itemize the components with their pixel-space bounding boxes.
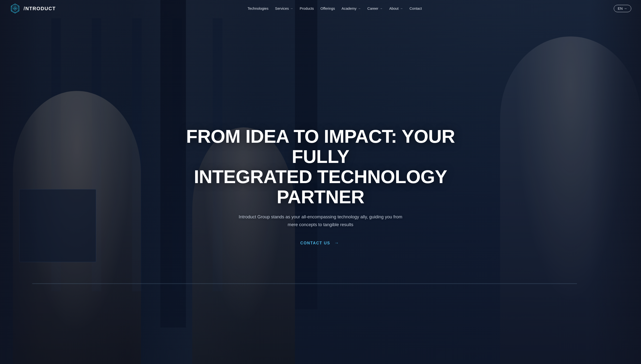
hero-title: FROM IDEA TO IMPACT: YOUR FULLY INTEGRAT… bbox=[162, 126, 479, 207]
cta-arrow-icon: → bbox=[333, 239, 341, 247]
nav-item-services: Services → bbox=[272, 5, 296, 12]
nav-right: EN → bbox=[614, 5, 631, 12]
career-arrow-icon: → bbox=[380, 7, 383, 10]
hero-section: /NTRODUCT Technologies Services → Produc… bbox=[0, 0, 641, 364]
navbar: /NTRODUCT Technologies Services → Produc… bbox=[0, 0, 641, 17]
hero-content: FROM IDEA TO IMPACT: YOUR FULLY INTEGRAT… bbox=[0, 17, 641, 364]
language-button[interactable]: EN → bbox=[614, 5, 631, 12]
services-arrow-icon: → bbox=[290, 7, 293, 10]
contact-us-button[interactable]: CONTACT US → bbox=[300, 239, 341, 247]
academy-arrow-icon: → bbox=[358, 7, 361, 10]
hero-subtitle: Introduct Group stands as your all-encom… bbox=[238, 213, 403, 228]
logo-icon bbox=[10, 3, 21, 14]
nav-item-academy: Academy → bbox=[339, 5, 364, 12]
nav-link-services[interactable]: Services → bbox=[272, 5, 296, 12]
nav-links: Technologies Services → Products Offerin… bbox=[245, 5, 425, 12]
about-arrow-icon: → bbox=[400, 7, 403, 10]
nav-link-offerings[interactable]: Offerings bbox=[317, 5, 338, 12]
cta-label: CONTACT US bbox=[300, 241, 330, 245]
nav-link-about[interactable]: About → bbox=[386, 5, 406, 12]
logo-link[interactable]: /NTRODUCT bbox=[10, 3, 56, 14]
nav-link-career[interactable]: Career → bbox=[365, 5, 386, 12]
svg-point-3 bbox=[15, 8, 16, 9]
nav-item-technologies: Technologies bbox=[245, 5, 271, 12]
nav-item-about: About → bbox=[386, 5, 406, 12]
nav-item-offerings: Offerings bbox=[317, 5, 338, 12]
nav-link-academy[interactable]: Academy → bbox=[339, 5, 364, 12]
nav-link-products[interactable]: Products bbox=[297, 5, 317, 12]
nav-item-contact: Contact bbox=[407, 5, 425, 12]
nav-item-career: Career → bbox=[365, 5, 386, 12]
nav-link-technologies[interactable]: Technologies bbox=[245, 5, 271, 12]
logo-text: /NTRODUCT bbox=[24, 6, 56, 12]
nav-link-contact[interactable]: Contact bbox=[407, 5, 425, 12]
nav-item-products: Products bbox=[297, 5, 317, 12]
